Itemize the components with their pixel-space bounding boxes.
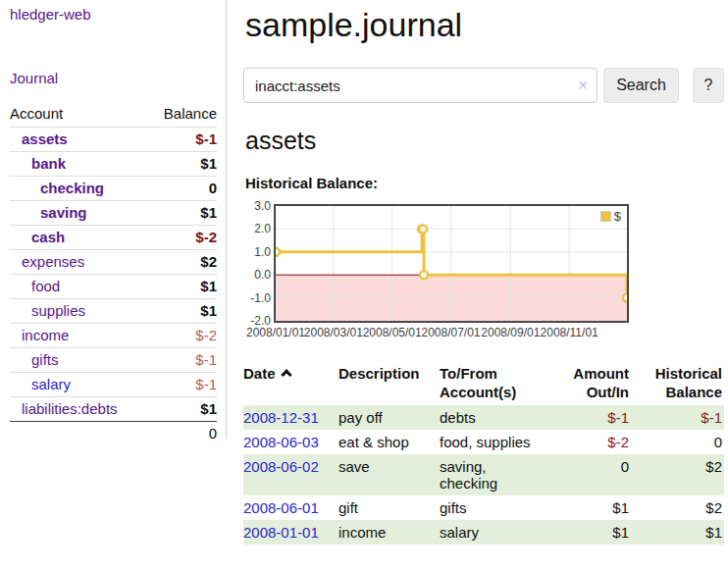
chart-canvas — [276, 206, 627, 321]
sidebar-item-journal[interactable]: Journal — [10, 70, 217, 86]
transaction-balance: 0 — [629, 430, 724, 454]
account-name-cell: income — [10, 324, 148, 348]
accounts-header-account: Account — [10, 102, 148, 128]
register-row: 2008-06-03 eat & shop food, supplies $-2… — [243, 430, 724, 454]
page-title: sample.journal — [245, 5, 724, 44]
register-header-accounts: To/From Account(s) — [440, 362, 554, 405]
account-row: bank $1 — [10, 152, 217, 177]
accounts-header-balance: Balance — [148, 102, 217, 128]
account-link[interactable]: cash — [10, 229, 65, 245]
account-link[interactable]: saving — [10, 204, 87, 221]
accounts-total-spacer — [10, 422, 148, 445]
sidebar: hledger-web Journal Account Balance asse… — [0, 0, 227, 439]
x-axis-tick-label: 2008/05/01 — [363, 326, 422, 339]
balance-chart[interactable]: 3.02.01.00.0-1.0-2.0 $ 2008/01/012008/03… — [243, 199, 724, 344]
x-axis-tick-label: 2008/07/01 — [421, 326, 480, 339]
account-balance: $-2 — [148, 324, 217, 348]
x-axis-tick-label: 2008/11/01 — [541, 326, 598, 339]
transaction-amount: $1 — [554, 495, 629, 520]
transaction-date-link[interactable]: 2008-06-01 — [243, 499, 319, 516]
account-row: saving $1 — [10, 201, 217, 226]
account-link[interactable]: assets — [10, 130, 68, 147]
account-name-cell: food — [10, 275, 148, 299]
transaction-description: pay off — [338, 405, 440, 430]
account-balance: $1 — [148, 299, 217, 324]
account-name-cell: bank — [10, 152, 148, 177]
x-axis-tick-label: 2008/01/01 — [246, 326, 305, 339]
register-header-row: Date Description To/From Account(s) Amou… — [243, 362, 724, 405]
account-link[interactable]: income — [10, 327, 69, 343]
account-name-cell: liabilities:debts — [10, 397, 148, 422]
x-axis: 2008/01/012008/03/012008/05/012008/07/01… — [243, 326, 724, 341]
transaction-description: save — [338, 454, 440, 495]
transaction-balance: $-1 — [629, 405, 724, 430]
account-row: cash $-2 — [10, 226, 217, 250]
accounts-header-row: Account Balance — [10, 102, 217, 128]
x-axis-tick-label: 2008/03/01 — [304, 326, 363, 339]
transaction-balance: $2 — [629, 495, 724, 520]
transaction-date-link[interactable]: 2008-06-02 — [243, 458, 319, 475]
clear-search-icon[interactable]: ✕ — [577, 77, 589, 94]
accounts-total-row: 0 — [10, 422, 217, 445]
transaction-accounts: food, supplies — [440, 430, 554, 454]
help-button[interactable]: ? — [693, 68, 724, 103]
account-row: checking 0 — [10, 177, 217, 201]
transaction-amount: $1 — [554, 520, 629, 545]
account-balance: $-2 — [148, 226, 217, 250]
search-button[interactable]: Search — [603, 68, 679, 103]
search-input[interactable] — [243, 68, 598, 103]
register-header-date[interactable]: Date — [243, 362, 338, 405]
account-name-cell: gifts — [10, 348, 148, 373]
transaction-date-link[interactable]: 2008-12-31 — [243, 409, 319, 426]
account-balance: 0 — [148, 177, 217, 201]
account-name-cell: assets — [10, 128, 148, 152]
account-link[interactable]: liabilities:debts — [10, 400, 118, 417]
account-heading: assets — [245, 127, 724, 154]
account-row: gifts $-1 — [10, 348, 217, 373]
legend-label: $ — [614, 210, 621, 223]
transaction-balance: $1 — [629, 520, 724, 545]
account-name-cell: salary — [10, 373, 148, 397]
account-link[interactable]: food — [10, 278, 60, 294]
transaction-date-link[interactable]: 2008-01-01 — [243, 524, 319, 541]
account-row: salary $-1 — [10, 373, 217, 397]
account-balance: $1 — [148, 201, 217, 226]
transaction-amount: 0 — [554, 454, 629, 495]
main-content: sample.journal ✕ Search ? assets Histori… — [243, 0, 724, 545]
transaction-accounts: debts — [440, 405, 554, 430]
transaction-accounts: gifts — [440, 495, 554, 520]
account-row: supplies $1 — [10, 299, 217, 324]
accounts-table: Account Balance assets $-1 bank $1 check… — [10, 102, 217, 444]
register-table: Date Description To/From Account(s) Amou… — [243, 362, 724, 545]
transaction-date-link[interactable]: 2008-06-03 — [243, 434, 319, 450]
transaction-description: gift — [338, 495, 440, 520]
legend-color-swatch — [600, 211, 611, 222]
account-row: assets $-1 — [10, 128, 217, 152]
search-bar: ✕ Search ? — [243, 68, 724, 103]
transaction-description: eat & shop — [338, 430, 440, 454]
y-axis-tick-label: 3.0 — [243, 198, 271, 214]
transaction-date-cell: 2008-01-01 — [243, 520, 338, 545]
brand-link[interactable]: hledger-web — [10, 6, 91, 23]
account-link[interactable]: gifts — [10, 351, 59, 368]
y-axis: 3.02.01.00.0-1.0-2.0 — [243, 199, 271, 327]
transaction-description: income — [338, 520, 440, 545]
plot-area: $ — [274, 204, 629, 323]
account-row: food $1 — [10, 275, 217, 299]
account-link[interactable]: expenses — [10, 253, 84, 270]
account-balance: $2 — [148, 250, 217, 275]
x-axis-tick-label: 2008/09/01 — [481, 326, 540, 339]
sort-ascending-icon[interactable] — [281, 369, 291, 380]
transaction-date-cell: 2008-12-31 — [243, 405, 338, 430]
transaction-amount: $-2 — [554, 430, 629, 454]
account-link[interactable]: checking — [10, 180, 104, 196]
register-row: 2008-12-31 pay off debts $-1 $-1 — [243, 405, 724, 430]
account-name-cell: expenses — [10, 250, 148, 275]
register-header-balance: Historical Balance — [629, 362, 724, 405]
y-axis-tick-label: 1.0 — [243, 244, 271, 260]
account-link[interactable]: supplies — [10, 302, 85, 319]
account-link[interactable]: bank — [10, 155, 66, 172]
account-link[interactable]: salary — [10, 376, 71, 392]
transaction-date-cell: 2008-06-03 — [243, 430, 338, 454]
transaction-amount: $-1 — [554, 405, 629, 430]
